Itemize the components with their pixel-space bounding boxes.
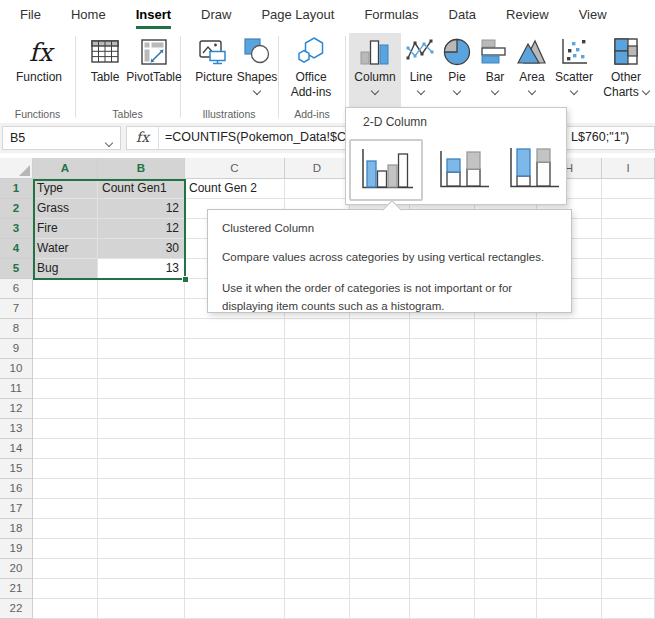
cell-H10[interactable] [537,359,602,379]
cell-D11[interactable] [285,379,350,399]
cell-B2[interactable]: 12 [98,199,185,219]
cell-I17[interactable] [602,499,655,519]
cell-D13[interactable] [285,419,350,439]
cell-C13[interactable] [185,419,285,439]
cell-I3[interactable] [602,219,655,239]
cell-I13[interactable] [602,419,655,439]
cell-D16[interactable] [285,479,350,499]
menu-item-home[interactable]: Home [71,0,106,30]
row-header-13[interactable]: 13 [0,419,33,439]
cell-I7[interactable] [602,299,655,319]
row-header-12[interactable]: 12 [0,399,33,419]
cell-G13[interactable] [475,419,537,439]
cell-I2[interactable] [602,199,655,219]
cell-B7[interactable] [98,299,185,319]
cell-B9[interactable] [98,339,185,359]
stacked-column-option[interactable] [434,145,494,195]
scatter-chart-button[interactable]: Scatter [551,33,597,109]
cell-I4[interactable] [602,239,655,259]
cell-F8[interactable] [410,319,475,339]
cell-G11[interactable] [475,379,537,399]
select-all-corner[interactable] [0,158,33,179]
row-header-6[interactable]: 6 [0,279,33,299]
cell-A5[interactable]: Bug [33,259,98,279]
cell-C21[interactable] [185,579,285,599]
cell-C1[interactable]: Count Gen 2 [185,179,285,199]
function-button[interactable]: fx Function [8,33,70,109]
cell-F10[interactable] [410,359,475,379]
row-header-4[interactable]: 4 [0,239,33,259]
cell-E8[interactable] [350,319,410,339]
cell-I11[interactable] [602,379,655,399]
cell-F11[interactable] [410,379,475,399]
row-header-17[interactable]: 17 [0,499,33,519]
cell-C10[interactable] [185,359,285,379]
cell-A3[interactable]: Fire [33,219,98,239]
cell-A2[interactable]: Grass [33,199,98,219]
cell-I6[interactable] [602,279,655,299]
cell-C15[interactable] [185,459,285,479]
cell-I19[interactable] [602,539,655,559]
cell-E19[interactable] [350,539,410,559]
cell-E21[interactable] [350,579,410,599]
cell-C11[interactable] [185,379,285,399]
cell-A10[interactable] [33,359,98,379]
bar-chart-button[interactable]: Bar [477,33,513,109]
row-header-19[interactable]: 19 [0,539,33,559]
cell-I8[interactable] [602,319,655,339]
cell-E17[interactable] [350,499,410,519]
row-header-3[interactable]: 3 [0,219,33,239]
cell-A17[interactable] [33,499,98,519]
cell-C16[interactable] [185,479,285,499]
cell-H17[interactable] [537,499,602,519]
cell-E20[interactable] [350,559,410,579]
cell-A13[interactable] [33,419,98,439]
cell-D20[interactable] [285,559,350,579]
cell-I20[interactable] [602,559,655,579]
cell-D12[interactable] [285,399,350,419]
cell-G17[interactable] [475,499,537,519]
menu-item-insert[interactable]: Insert [136,0,171,30]
cell-I18[interactable] [602,519,655,539]
column-header-C[interactable]: C [185,158,285,179]
cell-G10[interactable] [475,359,537,379]
cell-E9[interactable] [350,339,410,359]
cell-F20[interactable] [410,559,475,579]
cell-A12[interactable] [33,399,98,419]
cell-C19[interactable] [185,539,285,559]
menu-item-page-layout[interactable]: Page Layout [261,0,334,30]
cell-I12[interactable] [602,399,655,419]
cell-G8[interactable] [475,319,537,339]
name-box[interactable]: B5 [2,126,121,150]
cell-I9[interactable] [602,339,655,359]
row-header-20[interactable]: 20 [0,559,33,579]
cell-I5[interactable] [602,259,655,279]
cell-E10[interactable] [350,359,410,379]
cell-A8[interactable] [33,319,98,339]
menu-item-data[interactable]: Data [449,0,476,30]
cell-B20[interactable] [98,559,185,579]
cell-A7[interactable] [33,299,98,319]
cell-D10[interactable] [285,359,350,379]
cell-B3[interactable]: 12 [98,219,185,239]
cell-D9[interactable] [285,339,350,359]
column-chart-button[interactable]: Column [349,33,401,109]
line-chart-button[interactable]: Line [404,33,438,109]
cell-B11[interactable] [98,379,185,399]
row-header-21[interactable]: 21 [0,579,33,599]
cell-I14[interactable] [602,439,655,459]
cell-B14[interactable] [98,439,185,459]
cell-C9[interactable] [185,339,285,359]
cell-A9[interactable] [33,339,98,359]
cell-G22[interactable] [475,599,537,619]
cell-B18[interactable] [98,519,185,539]
cell-I15[interactable] [602,459,655,479]
cell-I16[interactable] [602,479,655,499]
cell-E15[interactable] [350,459,410,479]
cell-A22[interactable] [33,599,98,619]
cell-C12[interactable] [185,399,285,419]
row-header-14[interactable]: 14 [0,439,33,459]
cell-C20[interactable] [185,559,285,579]
cell-A15[interactable] [33,459,98,479]
office-addins-button[interactable]: Office Add-ins [283,33,339,109]
